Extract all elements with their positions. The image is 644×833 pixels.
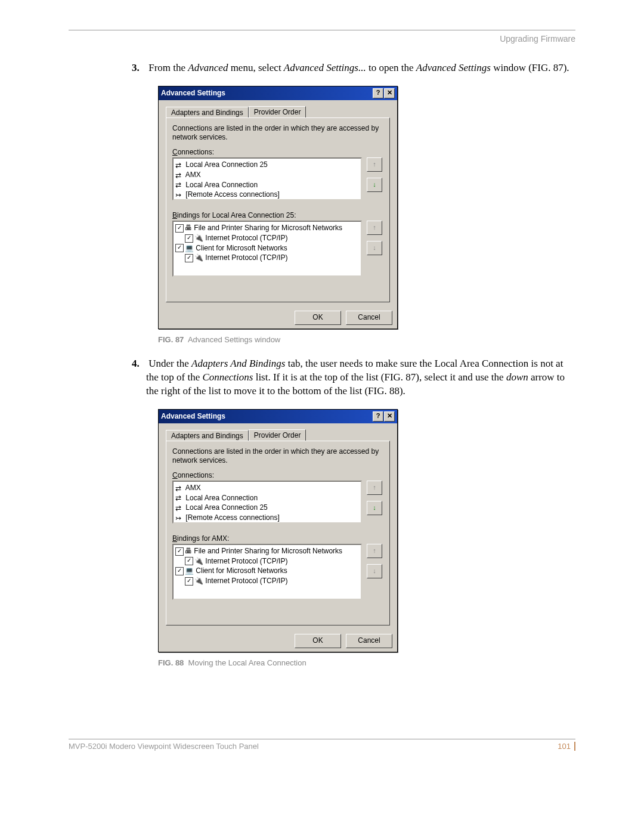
list-item[interactable]: ✓🔌 Internet Protocol (TCP/IP) bbox=[175, 576, 359, 586]
bindings-label: Bindings for AMX:Bindings for AMX: bbox=[172, 534, 383, 543]
selected-connection[interactable]: AMX bbox=[185, 484, 201, 492]
network-icon: ⇄ bbox=[175, 504, 184, 512]
dialog-title: Advanced Settings bbox=[161, 412, 225, 420]
list-item[interactable]: ⇄ AMX bbox=[175, 483, 359, 493]
step-3: 3. From the Advanced menu, select Advanc… bbox=[146, 61, 575, 75]
page-footer: MVP-5200i Modero Viewpoint Widescreen To… bbox=[69, 739, 575, 751]
step-4: 4. Under the Adapters And Bindings tab, … bbox=[146, 357, 575, 398]
step-4-t1: Under the bbox=[148, 358, 191, 369]
checkbox-icon[interactable]: ✓ bbox=[175, 224, 184, 233]
list-item[interactable]: ✓🔌 Internet Protocol (TCP/IP) bbox=[175, 556, 359, 566]
move-up-button[interactable]: ↑ bbox=[367, 157, 382, 172]
list-item[interactable]: ⇄ Local Area Connection bbox=[175, 493, 359, 503]
description-text: Connections are listed in the order in w… bbox=[172, 447, 383, 465]
list-item[interactable]: ⇄ AMX bbox=[175, 170, 359, 180]
dialog-title: Advanced Settings bbox=[161, 89, 225, 97]
footer-product: MVP-5200i Modero Viewpoint Widescreen To… bbox=[69, 742, 259, 751]
network-icon: ⇄ bbox=[175, 181, 184, 189]
tabs: Adapters and Bindings Provider Order bbox=[166, 429, 390, 441]
cancel-button[interactable]: Cancel bbox=[346, 311, 392, 325]
network-icon: ⇄ bbox=[175, 161, 184, 169]
header-section: Upgrading Firmware bbox=[69, 34, 575, 44]
advanced-settings-dialog-88: Advanced Settings ? ✕ Adapters and Bindi… bbox=[158, 409, 398, 652]
network-icon: ⇄ bbox=[175, 484, 184, 493]
step-3-i1: Advanced bbox=[188, 62, 228, 73]
list-item[interactable]: ✓🔌 Internet Protocol (TCP/IP) bbox=[175, 233, 359, 243]
list-item[interactable]: ⇄ Local Area Connection 25 bbox=[175, 160, 359, 170]
step-3-i3: Advanced Settings bbox=[416, 62, 491, 73]
checkbox-icon[interactable]: ✓ bbox=[185, 557, 193, 565]
checkbox-icon[interactable]: ✓ bbox=[185, 234, 193, 243]
move-up-button[interactable]: ↑ bbox=[367, 481, 382, 495]
close-button[interactable]: ✕ bbox=[384, 88, 395, 98]
checkbox-icon[interactable]: ✓ bbox=[175, 244, 184, 252]
close-button[interactable]: ✕ bbox=[384, 411, 395, 422]
description-text: Connections are listed in the order in w… bbox=[172, 124, 383, 142]
network-icon: ⇄ bbox=[175, 171, 184, 179]
tab-panel: Connections are listed in the order in w… bbox=[166, 117, 390, 302]
header-rule bbox=[69, 30, 575, 30]
checkbox-icon[interactable]: ✓ bbox=[175, 567, 184, 575]
tab-adapters-bindings[interactable]: Adapters and Bindings bbox=[166, 107, 249, 118]
bindings-label: Bindings for Local Area Connection 25:Bi… bbox=[172, 211, 383, 219]
step-3-t1: From the bbox=[148, 62, 188, 73]
checkbox-icon[interactable]: ✓ bbox=[175, 547, 184, 556]
list-item[interactable]: ⇄ Local Area Connection 25 bbox=[175, 503, 359, 513]
checkbox-icon[interactable]: ✓ bbox=[185, 254, 193, 262]
move-down-button[interactable]: ↓ bbox=[367, 178, 382, 192]
tab-provider-order[interactable]: Provider Order bbox=[249, 106, 306, 117]
ok-button[interactable]: OK bbox=[295, 311, 341, 325]
bindings-listbox[interactable]: ✓🖶 File and Printer Sharing for Microsof… bbox=[172, 544, 362, 600]
step-3-number: 3. bbox=[132, 61, 146, 75]
tab-panel: Connections are listed in the order in w… bbox=[166, 441, 390, 625]
connections-listbox[interactable]: ⇄ Local Area Connection 25 ⇄ AMX ⇄ Local… bbox=[172, 157, 362, 200]
titlebar: Advanced Settings ? ✕ bbox=[159, 410, 397, 423]
step-4-i3: down bbox=[506, 371, 528, 383]
step-3-i2: Advanced Settings... bbox=[284, 62, 366, 73]
figure-88-caption: FIG. 88 Moving the Local Area Connection bbox=[158, 658, 575, 667]
bindings-listbox[interactable]: ✓🖶 File and Printer Sharing for Microsof… bbox=[172, 221, 362, 277]
selected-binding[interactable]: Client for Microsoft Networks bbox=[196, 244, 287, 252]
connections-label: Connections: bbox=[172, 471, 383, 479]
list-item[interactable]: ✓🖶 File and Printer Sharing for Microsof… bbox=[175, 546, 359, 556]
footer-page-number: 101 bbox=[558, 742, 575, 751]
move-down-button[interactable]: ↓ bbox=[367, 241, 382, 255]
step-4-number: 4. bbox=[132, 357, 146, 371]
tab-provider-order[interactable]: Provider Order bbox=[249, 429, 306, 441]
cancel-button[interactable]: Cancel bbox=[346, 634, 392, 648]
list-item[interactable]: ✓💻 Client for Microsoft Networks bbox=[175, 566, 359, 576]
list-item[interactable]: ✓🖶 File and Printer Sharing for Microsof… bbox=[175, 223, 359, 233]
step-4-i2: Connections bbox=[202, 371, 253, 383]
step-4-t3: list. If it is at the top of the list (F… bbox=[253, 371, 506, 383]
checkbox-icon[interactable]: ✓ bbox=[185, 577, 193, 586]
move-up-button[interactable]: ↑ bbox=[367, 544, 382, 558]
tab-adapters-bindings[interactable]: Adapters and Bindings bbox=[166, 430, 249, 441]
list-item[interactable]: ⇄ Local Area Connection bbox=[175, 180, 359, 190]
move-down-button[interactable]: ↓ bbox=[367, 564, 382, 578]
step-3-t2: menu, select bbox=[228, 62, 283, 73]
list-item[interactable]: ✓💻 Client for Microsoft Networks bbox=[175, 243, 359, 253]
step-3-t4: window (FIG. 87). bbox=[491, 62, 569, 73]
list-item[interactable]: ↣ [Remote Access connections] bbox=[175, 513, 359, 523]
figure-87-caption: FIG. 87 Advanced Settings window bbox=[158, 335, 575, 344]
list-item[interactable]: ↣ [Remote Access connections] bbox=[175, 190, 359, 200]
move-up-button[interactable]: ↑ bbox=[367, 221, 382, 235]
step-4-i1: Adapters And Bindings bbox=[191, 358, 285, 369]
tabs: Adapters and Bindings Provider Order bbox=[166, 106, 390, 117]
titlebar: Advanced Settings ? ✕ bbox=[159, 86, 397, 100]
help-button[interactable]: ? bbox=[373, 88, 383, 98]
remote-icon: ↣ bbox=[175, 514, 184, 522]
move-down-button[interactable]: ↓ bbox=[367, 501, 382, 515]
connections-listbox[interactable]: ⇄ AMX ⇄ Local Area Connection ⇄ Local Ar… bbox=[172, 481, 362, 524]
remote-icon: ↣ bbox=[175, 191, 184, 199]
list-item[interactable]: ✓🔌 Internet Protocol (TCP/IP) bbox=[175, 253, 359, 263]
help-button[interactable]: ? bbox=[373, 411, 383, 422]
ok-button[interactable]: OK bbox=[295, 634, 341, 648]
advanced-settings-dialog-87: Advanced Settings ? ✕ Adapters and Bindi… bbox=[158, 86, 398, 329]
network-icon: ⇄ bbox=[175, 494, 184, 502]
step-3-t3: to open the bbox=[366, 62, 416, 73]
connections-label: CConnections:onnections: bbox=[172, 148, 383, 156]
